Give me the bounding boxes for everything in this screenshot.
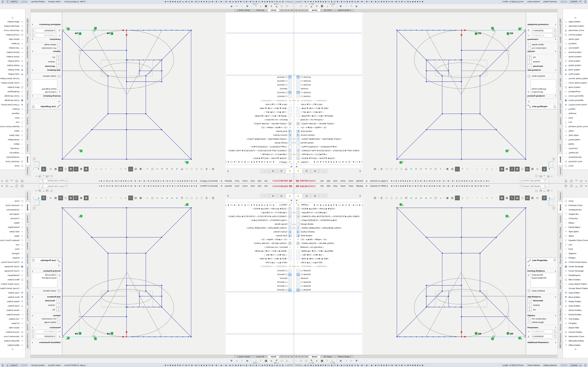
doc-minimize-icon[interactable] (544, 176, 545, 176)
dimxpert-tab[interactable]: ◔ (260, 169, 269, 173)
tab-mesh-modeling[interactable]: Mesh Modeling (558, 60, 563, 76)
panel-help-icon[interactable]: ? (553, 259, 556, 262)
filter-input[interactable] (227, 199, 289, 202)
tree-row[interactable]: #(-) Sketch4 (294, 284, 362, 288)
tool-silhouette-entities[interactable]: ◐Silhouette Entities (0, 24, 25, 28)
doc-restore-icon[interactable] (47, 190, 49, 192)
horizontal-relation-icon[interactable]: — (527, 65, 532, 68)
tree-row[interactable]: ▱○·◎✚○✱⊙I○◦○I⊙✱○✚◎·○ (226, 253, 294, 257)
tab-sketch[interactable]: Sketch (25, 154, 30, 165)
tree-row[interactable]: #(-) Sketch6 (294, 75, 362, 79)
doc-restore-icon[interactable] (539, 190, 541, 192)
relation-item[interactable]: Equal length109 (33, 276, 56, 279)
tool-segment[interactable]: ∷Segment (0, 111, 25, 116)
close-button[interactable]: ✕ (585, 185, 587, 187)
tool-spline[interactable]: ∿Spline (563, 129, 588, 133)
menu-item-view[interactable]: View (333, 185, 337, 187)
tool-equation-driven-curve[interactable]: ƒEquation Driven Curve (563, 125, 588, 129)
doc-nav-arrow-icon[interactable]: ▶| (280, 9, 283, 12)
tree-row[interactable]: ⌐○ИN◦9◦♟◎○◦○◎♟◦9◦ИN○ (226, 261, 294, 264)
tree-row[interactable]: ▱○✚Ƨ9◦♟○✱⊙I○◦○I⊙✱○♟◦9Ƨ✚○ (226, 106, 294, 110)
tab-features[interactable]: Features (25, 166, 30, 176)
menu-item-window[interactable]: Window (356, 180, 363, 182)
restore-button[interactable] (6, 180, 8, 182)
user-account-icon[interactable] (564, 185, 567, 187)
tool-style-spline[interactable]: ∿Style Spline (563, 229, 588, 234)
infinite-length-checkbox[interactable]: Infinite length (31, 320, 62, 324)
bottom-toolbar-icon[interactable]: ▤ (304, 359, 309, 363)
tab-features[interactable]: Features (558, 166, 563, 176)
doc-nav-arrow-icon[interactable]: ▶ (301, 355, 305, 358)
tree-row[interactable]: #(-) Sketch2 (226, 91, 294, 95)
tool-circle[interactable]: ◯Circle (0, 164, 25, 168)
help-icon[interactable]: ? (15, 180, 18, 183)
bottom-toolbar-icon[interactable]: ▤ (279, 359, 284, 363)
length-input[interactable]: 10.88152731 (532, 330, 553, 334)
tab-surfaces[interactable]: Surfaces (558, 142, 563, 153)
equal-dimension-right[interactable]: = 109 (75, 332, 81, 335)
tab-evaluate[interactable]: Evaluate (558, 115, 563, 126)
tool-stretch-entities[interactable]: ↔Stretch Entities (0, 308, 25, 312)
doc-nav-arrow-icon[interactable]: |◀ (290, 9, 294, 12)
tool-centerpoint-arc[interactable]: ◔Centerpoint Arc (563, 208, 588, 212)
tree-row[interactable]: ▶▢Design Binder (226, 222, 294, 226)
expand-arrow-icon[interactable]: ▶ (292, 142, 294, 144)
pin-icon[interactable]: ✱ (221, 180, 222, 182)
features-tree-tab[interactable]: ◆ (285, 169, 294, 173)
relation-item[interactable]: Collinear108 (532, 274, 555, 276)
bottom-toolbar-icon[interactable]: ✱ (229, 4, 234, 8)
doc-tab-model[interactable]: Model (268, 355, 279, 358)
tab-sketch[interactable]: Sketch (558, 202, 563, 213)
angle-parameter-field[interactable]: ∡ 0.00000000° ▲▼ (526, 28, 557, 33)
collapse-chevron-icon[interactable]: ∧ (32, 296, 33, 298)
relations-listbox[interactable]: Collinear108 Equal length109 (531, 273, 556, 287)
tree-row[interactable]: ◔○2S♟◎2SИNЗЕ2S○◦○S2ЗЕИNS2◎♟S2○ (294, 145, 362, 149)
tree-row[interactable]: Σ○2SИN◎◦✚АUЗЕ○◦○ЗЕUА✚◦◎ИNS2○ (226, 241, 294, 245)
tool-rotate-entities[interactable]: ↻Rotate Entities (0, 63, 25, 68)
doc-nav-arrow-icon[interactable]: |◀ (294, 355, 298, 358)
tree-row[interactable]: ▶A○2SИN◎◦✚A✚◎ИNА○◦○АИN◎✚A✚◦◎ИNS2○ (226, 226, 294, 230)
search-icon[interactable] (544, 185, 546, 187)
length-input[interactable]: 10.88152731 (35, 33, 56, 37)
tree-row[interactable]: #(-) Sketch5 (294, 83, 362, 87)
doc-tab-3d-views[interactable]: 3D Views (253, 9, 267, 12)
bottom-toolbar-icon[interactable]: ▦ (320, 359, 324, 363)
length-parameter-field[interactable]: ↗ 10.88152731 ▲▼ (526, 33, 557, 38)
tool-spline[interactable]: ∿Spline (0, 234, 25, 238)
doc-close-icon[interactable]: ✕ (551, 190, 553, 192)
tool-point[interactable]: ▪Point (563, 247, 588, 251)
relation-badge-box3[interactable]: ▫ ʒ (66, 27, 69, 30)
panel-help-icon[interactable]: ? (553, 105, 556, 108)
angle-input[interactable]: 0.00000000° (532, 334, 553, 338)
tab-weldments[interactable]: Weldments (25, 89, 30, 101)
bottom-toolbar-icon[interactable]: ◉ (245, 4, 250, 8)
tree-row[interactable]: ▶■○2SЗЕИNАU·○◦○·UАИNЗЕS2○ (226, 99, 294, 103)
doc-restore-icon[interactable] (539, 175, 541, 177)
bottom-toolbar-icon[interactable]: ∟ (253, 359, 258, 363)
close-button[interactable]: ✕ (585, 180, 587, 182)
tool-3-point-center-recta-[interactable]: ◈3 Point Center Recta... (0, 260, 25, 264)
configurations-tab[interactable]: ⊕ (311, 169, 319, 173)
features-tree-tab[interactable]: ◆ (285, 194, 294, 198)
tab-data-migration[interactable]: Data Migration (25, 45, 30, 60)
bottom-toolbar-icon[interactable]: ▤ (299, 359, 303, 363)
tool-fit-spline[interactable]: ∿Fit Spline (563, 42, 588, 46)
tree-row[interactable]: ▶◷○Λ♟◎✚2S◦Ƨ○◦○Ƨ◦S2✚◎♟Λ○ (226, 211, 294, 214)
bottom-toolbar-icon[interactable]: ▤ (279, 4, 284, 8)
search-dropdown-icon[interactable]: ▾ (39, 185, 41, 187)
tree-row[interactable]: ≔Material < not specified > (226, 245, 294, 249)
tool-3-point-center-recta-[interactable]: ◈3 Point Center Recta... (0, 103, 25, 107)
close-button[interactable]: ✕ (1, 180, 3, 182)
bottom-toolbar-icon[interactable]: ⇅ (259, 4, 263, 8)
for-construction-checkbox[interactable]: For construction (526, 317, 557, 320)
doc-maximize-icon[interactable] (536, 175, 537, 177)
tool-fit-spline[interactable]: ∿Fit Spline (563, 321, 588, 325)
tool-circular-sketch-pattern[interactable]: ∴Circular Sketch Pattern (0, 286, 25, 291)
tree-row[interactable]: #(-) Sketch1 (294, 95, 362, 98)
doc-tab-3d-views[interactable]: 3D Views (253, 355, 267, 358)
tab-features[interactable]: Features (558, 191, 563, 201)
doc-nav-arrow-icon[interactable]: ▶| (280, 355, 283, 358)
infinite-length-checkbox[interactable]: Infinite length (526, 43, 557, 47)
doc-minimize-icon[interactable] (43, 176, 44, 176)
length-spinner[interactable]: ▲▼ (554, 33, 556, 37)
